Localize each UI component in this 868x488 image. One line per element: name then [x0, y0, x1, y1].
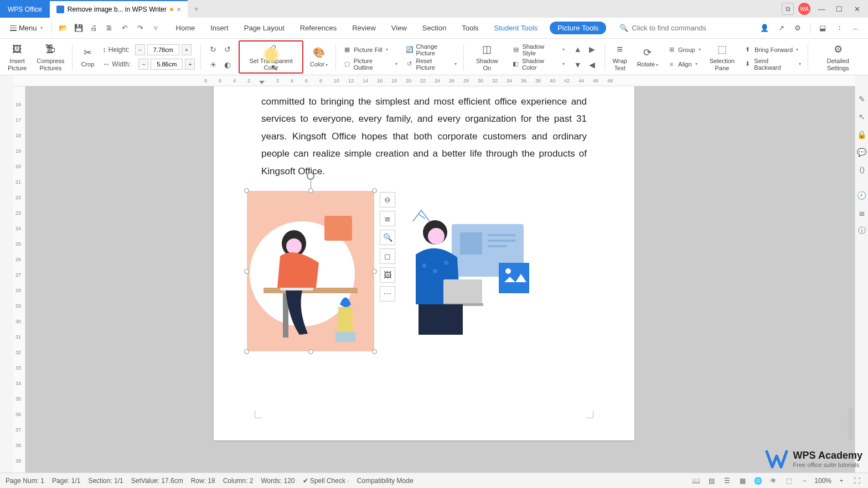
resize-handle-sw[interactable] [244, 349, 249, 354]
new-tab-button[interactable]: ＋ [188, 0, 204, 18]
document-tab[interactable]: Remove image b... in WPS Writer × [50, 0, 188, 18]
status-compat[interactable]: Compatibility Mode [357, 477, 414, 485]
ribbon-collapse-icon[interactable]: ︿ [849, 22, 862, 35]
shadow-style-button[interactable]: ▤Shadow Style▾ [512, 44, 565, 56]
width-input[interactable] [151, 59, 183, 70]
tab-review[interactable]: Review [349, 22, 379, 34]
resize-handle-se[interactable] [372, 349, 377, 354]
contrast-icon[interactable]: ◐ [222, 59, 233, 70]
fit-icon[interactable]: ⬚ [783, 475, 794, 486]
window-mode-icon[interactable]: ⧉ [782, 3, 794, 15]
reset-picture-button[interactable]: ↺Reset Picture▾ [405, 58, 457, 70]
tab-view[interactable]: View [388, 22, 410, 34]
body-text[interactable]: committed to bringing the simplest and m… [214, 86, 634, 185]
search-input[interactable] [632, 24, 726, 32]
vertical-ruler[interactable]: 1617181920212223242526272829303132333435… [13, 86, 25, 473]
picture-outline-button[interactable]: ▢Picture Outline▾ [343, 58, 397, 70]
outline-view-icon[interactable]: ☰ [721, 475, 732, 486]
save-icon[interactable]: 💾 [72, 22, 85, 35]
image-2[interactable] [391, 207, 535, 346]
user-avatar[interactable]: WA [798, 3, 810, 15]
detailed-settings-button[interactable]: ⚙ Detailed Settings [813, 40, 864, 74]
globe-icon[interactable]: 🌐 [752, 475, 763, 486]
tab-references[interactable]: References [297, 22, 340, 34]
shadow-color-button[interactable]: ◧Shadow Color▾ [512, 58, 565, 70]
print-preview-icon[interactable]: 🗎 [103, 22, 116, 35]
selected-image[interactable]: ⊖ ≣ 🔍 ◻ 🖼 ⋯ [247, 191, 374, 351]
height-input[interactable] [147, 44, 179, 55]
set-transparent-color-button[interactable]: 🖌 Set Transparent Color ↖ [239, 40, 303, 74]
image-1[interactable] [247, 191, 374, 351]
collapse-icon[interactable]: ⬓ [816, 22, 829, 35]
help-panel-icon[interactable]: ⓘ [857, 226, 867, 236]
nudge-right-icon[interactable]: ▶ [587, 44, 598, 55]
zoom-level[interactable]: 100% [814, 477, 831, 485]
print-layout-icon[interactable]: ▤ [706, 475, 717, 486]
shadow-on-button[interactable]: ◫ Shadow On [468, 40, 506, 74]
width-increase[interactable]: + [185, 59, 195, 70]
indent-marker[interactable] [259, 81, 265, 84]
brightness-icon[interactable]: ☀ [208, 59, 219, 70]
width-decrease[interactable]: − [138, 59, 148, 70]
close-window-button[interactable]: ✕ [850, 2, 864, 15]
rotate-left-icon[interactable]: ↺ [222, 44, 233, 55]
edit-panel-icon[interactable]: ✎ [857, 94, 867, 104]
horizontal-ruler[interactable]: 8642246810121416182022242628303234363840… [13, 75, 855, 86]
status-words[interactable]: Words: 120 [261, 477, 294, 485]
menu-button[interactable]: Menu▾ [6, 22, 47, 34]
rotate-right-icon[interactable]: ↻ [208, 44, 219, 55]
reading-view-icon[interactable]: 📖 [690, 475, 701, 486]
eye-icon[interactable]: 👁 [768, 475, 779, 486]
tab-picture-tools[interactable]: Picture Tools [550, 22, 606, 34]
group-button[interactable]: ⊞Group▾ [667, 44, 701, 56]
command-search[interactable]: 🔍 [619, 24, 730, 32]
tab-home[interactable]: Home [173, 22, 199, 34]
status-page[interactable]: Page: 1/1 [52, 477, 80, 485]
tab-student-tools[interactable]: Student Tools [491, 22, 541, 34]
tab-insert[interactable]: Insert [207, 22, 232, 34]
print-icon[interactable]: 🖨 [87, 22, 101, 35]
compress-pictures-button[interactable]: 🗜 Compress Pictures [33, 40, 68, 74]
comment-panel-icon[interactable]: 💬 [857, 147, 867, 157]
status-page-num[interactable]: Page Num: 1 [6, 477, 44, 485]
picture-fill-button[interactable]: ▦Picture Fill▾ [343, 44, 397, 56]
user-action-icon[interactable]: 👤 [758, 22, 771, 35]
minimize-button[interactable]: — [815, 2, 828, 15]
redo-icon[interactable]: ↷ [134, 22, 147, 35]
lock-panel-icon[interactable]: 🔒 [857, 129, 867, 139]
web-layout-icon[interactable]: ▦ [737, 475, 748, 486]
tab-section[interactable]: Section [419, 22, 450, 34]
height-decrease[interactable]: − [135, 44, 145, 55]
settings-icon[interactable]: ⚙ [791, 22, 804, 35]
tab-page-layout[interactable]: Page Layout [241, 22, 288, 34]
status-section[interactable]: Section: 1/1 [88, 477, 123, 485]
insert-picture-button[interactable]: 🖼 Insert Picture [4, 40, 30, 74]
tab-tools[interactable]: Tools [458, 22, 482, 34]
document-canvas[interactable]: committed to bringing the simplest and m… [25, 86, 855, 473]
height-increase[interactable]: + [182, 44, 192, 55]
wrap-text-button[interactable]: ≡ Wrap Text [609, 40, 631, 74]
align-button[interactable]: ≡Align▾ [667, 58, 701, 70]
nudge-up-icon[interactable]: ▲ [572, 44, 583, 55]
layout-options-icon[interactable]: ⊖ [380, 192, 395, 207]
change-picture-button[interactable]: 🔄Change Picture [405, 44, 457, 56]
open-icon[interactable]: 📂 [56, 22, 70, 35]
resize-handle-ne[interactable] [372, 188, 377, 193]
share-icon[interactable]: ↗ [774, 22, 788, 35]
app-tab[interactable]: WPS Office [0, 0, 50, 18]
undo-icon[interactable]: ↶ [118, 22, 132, 35]
nudge-down-icon[interactable]: ▼ [572, 59, 583, 70]
rotate-button[interactable]: ⟳ Rotate▾ [634, 40, 662, 74]
color-button[interactable]: 🎨 Color▾ [307, 40, 331, 74]
nudge-left-icon[interactable]: ◀ [587, 59, 598, 70]
resize-handle-e[interactable] [372, 269, 377, 274]
vertical-scrollbar[interactable] [848, 407, 854, 440]
bring-forward-button[interactable]: ⬆Bring Forward▾ [743, 44, 801, 56]
maximize-button[interactable]: ☐ [833, 2, 846, 15]
zoom-in-icon[interactable]: + [836, 475, 847, 486]
zoom-menu-icon[interactable]: ⛶ [851, 475, 862, 486]
resize-handle-s[interactable] [308, 349, 313, 354]
help-icon[interactable]: ∶ [833, 22, 846, 35]
selection-pane-button[interactable]: ⬚ Selection Pane [706, 40, 738, 74]
select-panel-icon[interactable]: ↖ [857, 112, 867, 122]
